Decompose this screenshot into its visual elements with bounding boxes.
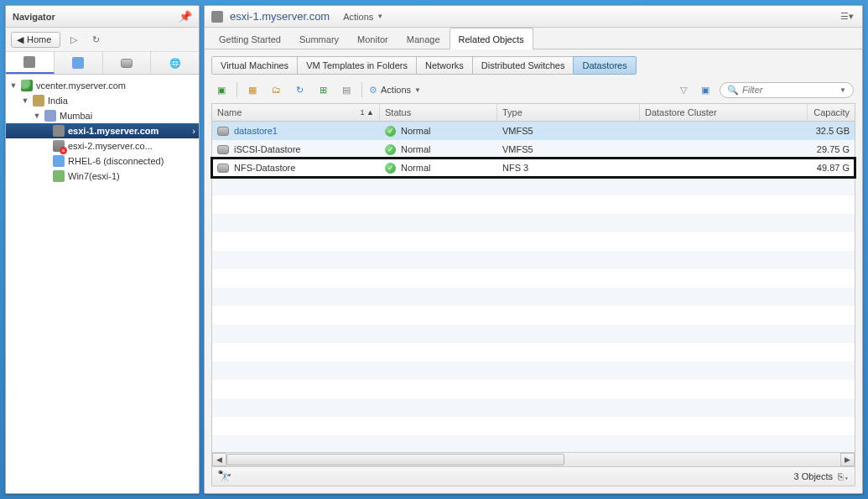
inventory-tree: ▼ vcenter.myserver.com ▼ India ▼ Mumbai … <box>6 75 199 493</box>
hosts-view-tab[interactable] <box>6 52 55 74</box>
chevron-down-icon: ▼ <box>377 13 383 20</box>
filter-input[interactable] <box>742 85 836 95</box>
tab-summary[interactable]: Summary <box>290 28 348 49</box>
main-tabs: Getting Started Summary Monitor Manage R… <box>205 28 862 49</box>
status-ok-icon <box>385 163 396 174</box>
capacity-text: 32.5 GB <box>816 126 850 136</box>
related-objects-tabs: Virtual Machines VM Templates in Folders… <box>211 56 855 75</box>
increase-capacity-button[interactable]: ⊞ <box>314 81 331 98</box>
table-row[interactable]: NFS-Datastore Normal NFS 3 49.87 G <box>212 159 855 177</box>
capacity-text: 49.87 G <box>817 163 850 173</box>
storage-view-tab[interactable] <box>103 52 152 74</box>
datastore-name: iSCSI-Datastore <box>234 144 300 154</box>
nav-forward-button[interactable]: ▷ <box>65 31 82 48</box>
datastore-icon <box>217 164 229 173</box>
export-button[interactable]: ⎘▾ <box>838 471 850 481</box>
chevron-right-icon: › <box>192 126 195 136</box>
tree-label: Win7(esxi-1) <box>68 171 120 181</box>
tree-node-vcenter[interactable]: ▼ vcenter.myserver.com <box>6 78 199 93</box>
tab-related-objects[interactable]: Related Objects <box>450 28 533 49</box>
header-menu-icon[interactable]: ☰▾ <box>839 9 855 23</box>
tree-node-vm-1[interactable]: RHEL-6 (disconnected) <box>6 153 199 169</box>
col-header-name[interactable]: Name 1 ▲ <box>212 104 380 121</box>
toolbar-actions-label: Actions <box>381 85 411 95</box>
subtab-datastores[interactable]: Datastores <box>573 56 636 75</box>
vm-icon <box>53 170 65 182</box>
filter-clear-icon[interactable]: ▽ <box>676 82 691 97</box>
col-header-status[interactable]: Status <box>380 104 497 121</box>
page-title: esxi-1.myserver.com <box>230 10 330 23</box>
host-icon <box>53 125 65 137</box>
separator <box>236 82 237 97</box>
tree-node-datacenter[interactable]: ▼ India <box>6 93 199 108</box>
status-ok-icon <box>385 144 396 155</box>
scroll-right-button[interactable]: ▶ <box>840 453 855 466</box>
navigator-panel: Navigator 📌 ◀ Home ▷ ↻ 🌐 ▼ vcenter.myser… <box>5 5 200 494</box>
twisty-icon[interactable]: ▼ <box>33 112 41 120</box>
twisty-icon[interactable]: ▼ <box>21 96 29 105</box>
manage-storage-button[interactable]: ▤ <box>338 81 355 98</box>
browse-files-button[interactable]: 🗂 <box>268 81 284 98</box>
col-header-cluster[interactable]: Datastore Cluster <box>640 104 808 121</box>
vm-icon <box>72 57 84 69</box>
twisty-icon[interactable]: ▼ <box>9 81 18 90</box>
export-icon[interactable]: ▣ <box>698 82 713 97</box>
table-row[interactable]: iSCSI-Datastore Normal VMFS5 29.75 G <box>212 140 855 159</box>
separator <box>361 82 362 97</box>
pin-icon[interactable]: 📌 <box>179 10 192 23</box>
tab-monitor[interactable]: Monitor <box>348 28 398 49</box>
tree-node-host-2[interactable]: esxi-2.myserver.co... <box>6 138 199 153</box>
host-icon <box>211 11 223 23</box>
vcenter-icon <box>21 80 33 91</box>
chevron-down-icon: ▼ <box>414 86 421 94</box>
status-text: Normal <box>401 126 430 136</box>
type-text: VMFS5 <box>502 144 533 154</box>
datastore-icon <box>121 59 133 68</box>
datastore-table: Name 1 ▲ Status Type Datastore Cluster C… <box>211 103 855 486</box>
tab-getting-started[interactable]: Getting Started <box>210 28 290 49</box>
gear-icon: ⚙ <box>369 85 377 96</box>
subtab-virtual-machines[interactable]: Virtual Machines <box>211 56 298 75</box>
network-view-tab[interactable]: 🌐 <box>151 52 199 74</box>
content-panel: esxi-1.myserver.com Actions ▼ ☰▾ Getting… <box>204 5 863 494</box>
scroll-thumb[interactable] <box>226 454 564 465</box>
status-text: Normal <box>401 144 430 154</box>
filter-box[interactable]: 🔍 ▼ <box>720 82 854 98</box>
tree-label: RHEL-6 (disconnected) <box>68 156 164 166</box>
vms-view-tab[interactable] <box>55 52 103 74</box>
register-vm-button[interactable]: ▦ <box>244 81 261 98</box>
cluster-icon <box>44 110 56 122</box>
horizontal-scrollbar[interactable]: ◀ ▶ <box>212 452 855 466</box>
table-row[interactable]: datastore1 Normal VMFS5 32.5 GB <box>212 122 855 140</box>
find-icon[interactable]: 🔭 <box>217 470 231 483</box>
tree-node-host-1[interactable]: esxi-1.myserver.com › <box>6 123 199 138</box>
scroll-track[interactable] <box>226 453 840 466</box>
refresh-button[interactable]: ↻ <box>291 81 308 98</box>
subtab-vm-templates[interactable]: VM Templates in Folders <box>297 56 417 75</box>
tree-label: India <box>48 96 68 106</box>
tab-manage[interactable]: Manage <box>398 28 450 49</box>
scroll-left-button[interactable]: ◀ <box>212 453 226 466</box>
inventory-view-tabs: 🌐 <box>6 52 199 75</box>
vm-icon <box>53 155 65 167</box>
subtab-distributed-switches[interactable]: Distributed Switches <box>472 56 574 75</box>
col-header-capacity[interactable]: Capacity <box>808 104 855 121</box>
tree-label: esxi-2.myserver.co... <box>68 141 153 151</box>
tree-label: Mumbai <box>60 111 92 121</box>
table-body: datastore1 Normal VMFS5 32.5 GB iSCSI-Da… <box>212 122 855 452</box>
new-datastore-button[interactable]: ▣ <box>213 81 230 98</box>
search-icon: 🔍 <box>727 85 739 96</box>
tree-node-cluster[interactable]: ▼ Mumbai <box>6 108 199 123</box>
col-header-type[interactable]: Type <box>497 104 640 121</box>
toolbar-actions-dropdown[interactable]: ⚙ Actions ▼ <box>369 85 421 96</box>
actions-dropdown[interactable]: Actions ▼ <box>338 10 388 23</box>
table-header: Name 1 ▲ Status Type Datastore Cluster C… <box>212 104 855 122</box>
object-count: 3 Objects <box>794 471 833 481</box>
type-text: NFS 3 <box>502 163 528 173</box>
subtab-networks[interactable]: Networks <box>416 56 473 75</box>
nav-history-button[interactable]: ↻ <box>87 31 104 48</box>
home-button[interactable]: ◀ Home <box>11 32 60 48</box>
datastore-link[interactable]: datastore1 <box>234 126 278 136</box>
tree-node-vm-2[interactable]: Win7(esxi-1) <box>6 169 199 184</box>
datacenter-icon <box>33 95 44 107</box>
